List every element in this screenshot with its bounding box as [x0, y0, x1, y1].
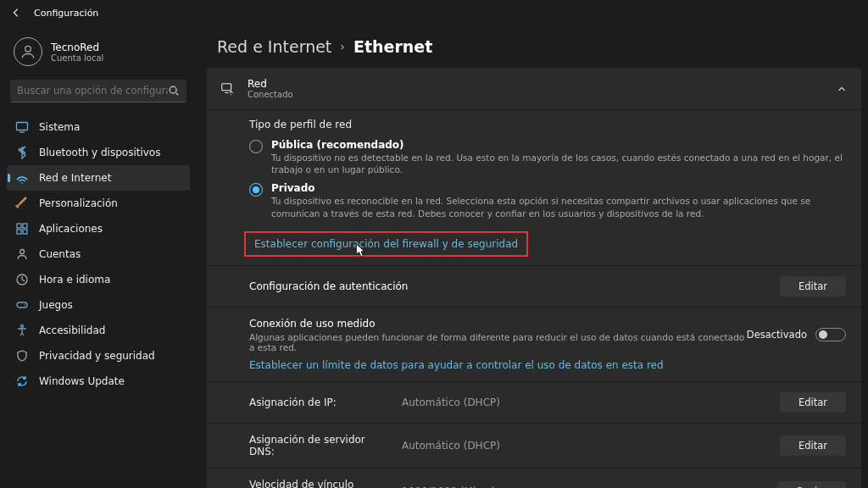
nav-label: Accesibilidad: [39, 324, 105, 336]
ip-value: Automático (DHCP): [402, 396, 771, 408]
svg-point-1: [170, 86, 176, 93]
network-title: Red: [248, 78, 824, 90]
avatar-icon: [14, 37, 42, 66]
nav-label: Aplicaciones: [39, 223, 103, 235]
radio-private-desc: Tu dispositivo es reconocible en la red.…: [271, 195, 846, 219]
network-expander: Red Conectado Tipo de perfil de red Públ: [207, 68, 861, 488]
gaming-icon: [15, 298, 29, 312]
svg-rect-4: [17, 224, 21, 228]
sidebar-item-privacidad[interactable]: Privacidad y seguridad: [7, 343, 190, 369]
nav-list: Sistema Bluetooth y dispositivos Red e I…: [7, 114, 190, 394]
svg-point-3: [21, 182, 23, 184]
radio-icon: [249, 140, 263, 153]
main-content: Red e Internet › Ethernet Red Conectado: [197, 25, 868, 488]
nav-label: Privacidad y seguridad: [39, 350, 155, 362]
chevron-up-icon: [836, 83, 848, 95]
nav-label: Sistema: [39, 121, 80, 133]
toggle-knob: [819, 330, 827, 339]
data-limit-link[interactable]: Establecer un límite de datos para ayuda…: [249, 359, 664, 371]
edit-dns-button[interactable]: Editar: [780, 435, 846, 456]
sidebar-item-hora[interactable]: Hora e idioma: [7, 267, 190, 292]
radio-private[interactable]: Privado Tu dispositivo es reconocible en…: [249, 182, 846, 225]
sidebar-item-sistema[interactable]: Sistema: [7, 114, 190, 140]
speed-label: Velocidad de vínculo (recepción/transmis…: [249, 479, 393, 488]
svg-rect-7: [23, 230, 27, 234]
metered-row: Conexión de uso medido Algunas aplicacio…: [207, 307, 861, 381]
metered-desc: Algunas aplicaciones pueden funcionar de…: [249, 332, 747, 352]
edit-auth-button[interactable]: Editar: [780, 276, 846, 297]
sidebar-item-accesibilidad[interactable]: Accesibilidad: [7, 318, 190, 343]
update-icon: [15, 374, 29, 388]
radio-public-label: Pública (recomendado): [271, 139, 846, 151]
search-input[interactable]: [17, 85, 168, 97]
nav-label: Personalización: [39, 197, 118, 209]
radio-public[interactable]: Pública (recomendado) Tu dispositivo no …: [249, 139, 846, 182]
app-title: Configuración: [34, 8, 98, 19]
toggle-track: [815, 328, 846, 341]
auth-settings-row: Configuración de autenticación Editar: [207, 265, 861, 307]
nav-label: Juegos: [39, 299, 73, 311]
sidebar-item-aplicaciones[interactable]: Aplicaciones: [7, 216, 190, 241]
shield-icon: [15, 349, 29, 363]
ip-assignment-row: Asignación de IP: Automático (DHCP) Edit…: [207, 381, 861, 423]
svg-point-12: [21, 325, 24, 328]
brush-icon: [15, 197, 29, 210]
dns-assignment-row: Asignación de servidor DNS: Automático (…: [207, 423, 861, 468]
radio-public-desc: Tu dispositivo no es detectable en la re…: [271, 152, 846, 175]
svg-rect-13: [222, 83, 231, 90]
expander-header[interactable]: Red Conectado: [207, 68, 861, 109]
metered-toggle[interactable]: Desactivado: [747, 328, 846, 341]
link-speed-row: Velocidad de vínculo (recepción/transmis…: [207, 468, 861, 488]
svg-rect-10: [17, 302, 27, 308]
breadcrumb-parent[interactable]: Red e Internet: [217, 37, 331, 56]
sidebar-item-juegos[interactable]: Juegos: [7, 292, 190, 318]
highlight-annotation: Establecer configuración del firewall y …: [244, 231, 528, 257]
nav-label: Bluetooth y dispositivos: [39, 147, 160, 158]
svg-point-14: [231, 93, 231, 94]
sidebar-item-red[interactable]: Red e Internet: [7, 165, 190, 191]
edit-ip-button[interactable]: Editar: [780, 392, 846, 413]
network-status: Conectado: [248, 90, 824, 99]
system-icon: [15, 120, 29, 134]
svg-rect-2: [17, 123, 28, 130]
user-subtitle: Cuenta local: [51, 53, 103, 63]
breadcrumb-current: Ethernet: [353, 37, 432, 56]
radio-icon-checked: [249, 183, 263, 197]
chevron-right-icon: ›: [340, 40, 345, 53]
search-box[interactable]: [10, 80, 186, 103]
svg-rect-6: [17, 230, 21, 234]
accessibility-icon: [15, 324, 29, 337]
radio-private-label: Privado: [271, 182, 846, 194]
sidebar-item-update[interactable]: Windows Update: [7, 369, 190, 394]
svg-point-8: [20, 250, 25, 254]
titlebar: Configuración: [0, 0, 868, 25]
auth-label: Configuración de autenticación: [249, 280, 780, 292]
user-account[interactable]: TecnoRed Cuenta local: [7, 29, 190, 80]
svg-point-0: [25, 46, 31, 52]
firewall-settings-link[interactable]: Establecer configuración del firewall y …: [254, 238, 518, 250]
back-button[interactable]: [10, 7, 22, 19]
ip-label: Asignación de IP:: [249, 396, 393, 408]
sidebar-item-personalizacion[interactable]: Personalización: [7, 191, 190, 216]
dns-value: Automático (DHCP): [402, 440, 771, 452]
search-icon: [168, 85, 180, 97]
user-name: TecnoRed: [51, 42, 103, 53]
nav-label: Red e Internet: [39, 172, 111, 184]
profile-type-title: Tipo de perfil de red: [249, 119, 846, 130]
nav-label: Cuentas: [39, 248, 81, 260]
dns-label: Asignación de servidor DNS:: [249, 434, 393, 458]
sidebar-item-cuentas[interactable]: Cuentas: [7, 241, 190, 267]
sidebar-item-bluetooth[interactable]: Bluetooth y dispositivos: [7, 140, 190, 165]
nav-label: Windows Update: [39, 375, 125, 387]
bluetooth-icon: [15, 146, 29, 159]
metered-label: Conexión de uso medido: [249, 318, 747, 330]
svg-rect-5: [23, 224, 27, 228]
toggle-state-label: Desactivado: [747, 329, 807, 341]
copy-speed-button[interactable]: Copiar: [777, 481, 846, 488]
monitor-network-icon: [220, 81, 236, 97]
apps-icon: [15, 222, 29, 236]
profile-type-section: Tipo de perfil de red Pública (recomenda…: [207, 109, 861, 265]
network-icon: [15, 171, 29, 185]
time-icon: [15, 273, 29, 286]
breadcrumb: Red e Internet › Ethernet: [200, 34, 868, 68]
